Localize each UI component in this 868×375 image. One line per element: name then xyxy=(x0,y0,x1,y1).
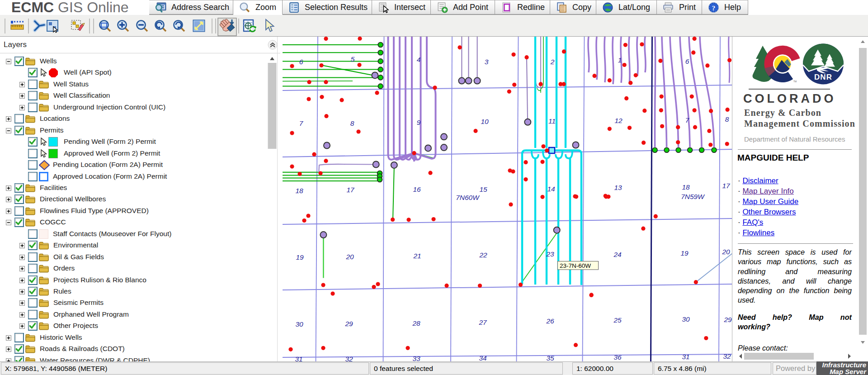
svg-text:20: 20 xyxy=(722,248,730,256)
svg-text:16: 16 xyxy=(413,185,421,193)
svg-text:3: 3 xyxy=(485,58,489,66)
svg-text:24: 24 xyxy=(613,251,622,258)
svg-text:29: 29 xyxy=(723,316,732,323)
svg-text:1: 1 xyxy=(618,56,622,64)
svg-text:17: 17 xyxy=(346,186,355,194)
svg-text:23-7N-60W: 23-7N-60W xyxy=(560,262,591,269)
svg-text:8: 8 xyxy=(350,119,354,127)
svg-text:19: 19 xyxy=(296,253,304,261)
svg-text:36: 36 xyxy=(613,353,622,361)
svg-text:31: 31 xyxy=(682,353,689,361)
svg-text:35: 35 xyxy=(546,354,554,361)
svg-text:32: 32 xyxy=(345,355,353,361)
svg-text:7N60W: 7N60W xyxy=(456,194,480,201)
svg-text:13: 13 xyxy=(614,184,622,191)
svg-text:6: 6 xyxy=(299,58,303,66)
svg-text:12: 12 xyxy=(614,117,623,124)
svg-text:4: 4 xyxy=(417,56,421,63)
svg-text:26: 26 xyxy=(546,317,554,325)
svg-text:TM: TM xyxy=(793,80,797,83)
svg-text:33: 33 xyxy=(412,355,420,361)
svg-text:29: 29 xyxy=(344,320,353,328)
svg-text:10: 10 xyxy=(481,118,489,125)
svg-text:18: 18 xyxy=(295,187,303,195)
svg-text:DNR: DNR xyxy=(814,73,832,81)
svg-text:28: 28 xyxy=(412,319,420,327)
svg-text:7: 7 xyxy=(299,119,304,127)
svg-text:7N59W: 7N59W xyxy=(681,193,705,200)
svg-text:18: 18 xyxy=(682,183,690,191)
svg-text:31: 31 xyxy=(295,355,302,361)
svg-text:27: 27 xyxy=(478,318,487,326)
svg-text:15: 15 xyxy=(479,185,487,193)
svg-text:30: 30 xyxy=(682,315,690,323)
svg-text:8: 8 xyxy=(725,115,729,123)
svg-text:30: 30 xyxy=(295,320,303,328)
svg-text:14: 14 xyxy=(547,185,555,193)
svg-text:6: 6 xyxy=(685,57,689,65)
svg-text:25: 25 xyxy=(613,316,622,324)
svg-text:7: 7 xyxy=(685,116,690,124)
svg-text:9: 9 xyxy=(417,119,421,126)
svg-text:2: 2 xyxy=(550,58,555,66)
svg-text:17: 17 xyxy=(722,182,731,190)
svg-text:5: 5 xyxy=(351,55,355,63)
svg-text:34: 34 xyxy=(479,354,487,361)
svg-text:32: 32 xyxy=(723,352,731,360)
svg-text:23: 23 xyxy=(546,250,554,258)
svg-text:?: ? xyxy=(712,4,716,11)
svg-text:19: 19 xyxy=(680,249,689,257)
svg-text:22: 22 xyxy=(479,251,487,259)
svg-text:21: 21 xyxy=(413,252,421,260)
svg-text:11: 11 xyxy=(548,117,556,125)
svg-text:20: 20 xyxy=(345,253,354,261)
